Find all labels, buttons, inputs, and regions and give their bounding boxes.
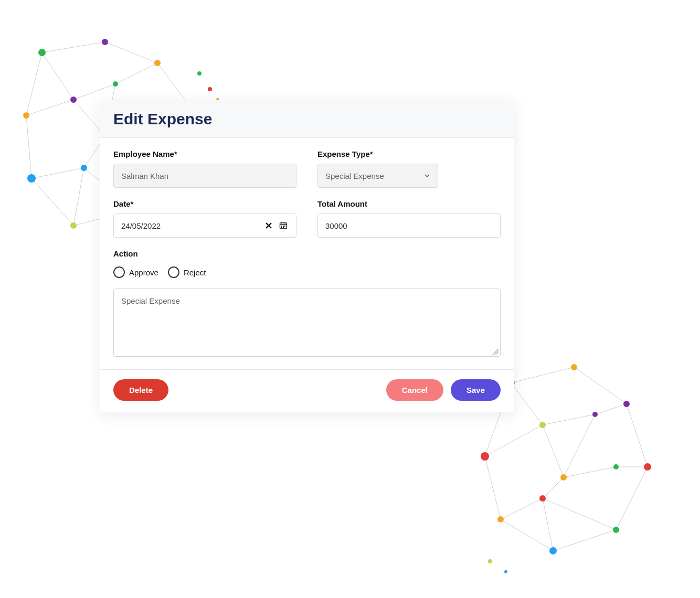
svg-point-18 (571, 364, 577, 370)
total-amount-input[interactable]: 30000 (317, 213, 501, 238)
svg-rect-42 (281, 227, 282, 228)
save-button[interactable]: Save (451, 379, 501, 401)
svg-rect-40 (283, 226, 284, 227)
employee-name-group: Employee Name* Salman Khan (113, 150, 296, 188)
svg-point-29 (539, 495, 546, 501)
reject-radio[interactable]: Reject (168, 266, 206, 278)
svg-point-25 (539, 422, 546, 428)
svg-point-2 (154, 60, 161, 66)
svg-point-15 (208, 87, 212, 91)
svg-point-26 (592, 412, 598, 417)
modal-header: Edit Expense (100, 100, 514, 138)
svg-point-0 (38, 49, 46, 56)
delete-button[interactable]: Delete (113, 379, 168, 401)
radio-icon (168, 266, 179, 278)
date-input[interactable]: 24/05/2022 (113, 213, 296, 238)
edit-expense-modal: Edit Expense Employee Name* Salman Khan … (100, 100, 514, 412)
date-label: Date* (113, 199, 296, 208)
approve-radio[interactable]: Approve (113, 266, 158, 278)
total-amount-label: Total Amount (317, 199, 501, 208)
employee-name-input[interactable]: Salman Khan (113, 164, 296, 188)
svg-point-34 (504, 570, 507, 573)
svg-point-7 (27, 174, 36, 183)
clear-date-icon[interactable] (263, 220, 274, 231)
svg-point-13 (81, 165, 87, 171)
svg-point-20 (644, 463, 651, 471)
expense-type-group: Expense Type* Special Expense (317, 150, 501, 188)
svg-point-6 (70, 222, 77, 229)
modal-body: Employee Name* Salman Khan Expense Type*… (100, 138, 514, 369)
svg-point-33 (488, 559, 492, 563)
svg-point-8 (23, 112, 29, 119)
cancel-button[interactable]: Cancel (386, 379, 443, 401)
svg-point-19 (623, 401, 630, 407)
radio-icon (113, 266, 125, 278)
expense-type-label: Expense Type* (317, 150, 501, 158)
chevron-down-icon (424, 173, 430, 179)
svg-point-22 (549, 547, 557, 554)
modal-title: Edit Expense (113, 110, 501, 128)
resize-handle-icon[interactable] (492, 348, 499, 355)
svg-point-28 (613, 464, 619, 469)
svg-point-1 (102, 39, 108, 45)
employee-name-label: Employee Name* (113, 150, 296, 158)
svg-rect-43 (283, 227, 284, 228)
calendar-icon[interactable] (278, 220, 289, 231)
notes-textarea[interactable]: Special Expense (113, 289, 501, 357)
svg-point-10 (113, 81, 118, 87)
svg-point-14 (197, 71, 201, 76)
svg-point-27 (560, 474, 567, 480)
action-label: Action (113, 249, 501, 258)
svg-rect-41 (284, 226, 285, 227)
date-group: Date* 24/05/2022 (113, 199, 296, 238)
total-amount-group: Total Amount 30000 (317, 199, 501, 238)
expense-type-select[interactable]: Special Expense (317, 164, 438, 188)
svg-point-21 (613, 527, 619, 533)
svg-point-9 (70, 97, 77, 103)
action-group: Action Approve Reject (113, 249, 501, 289)
svg-rect-39 (281, 226, 282, 227)
modal-footer: Delete Cancel Save (100, 369, 514, 412)
svg-point-24 (481, 452, 489, 461)
svg-point-23 (497, 516, 504, 522)
